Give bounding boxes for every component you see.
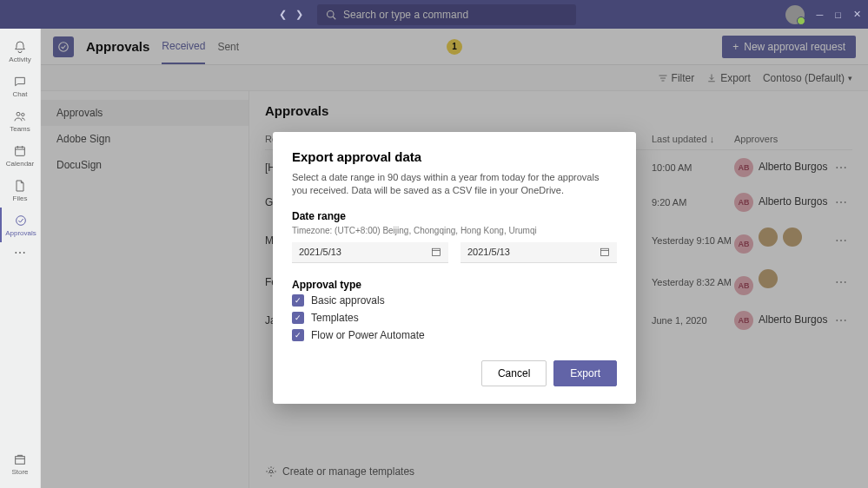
check-flow[interactable]: ✓Flow or Power Automate [292, 329, 617, 341]
approval-type-label: Approval type [292, 279, 617, 291]
export-modal: Export approval data Select a date range… [273, 132, 636, 404]
nav-forward-icon[interactable]: ❯ [295, 9, 303, 20]
start-date-input[interactable]: 2021/5/13 [292, 242, 448, 263]
check-basic[interactable]: ✓Basic approvals [292, 294, 617, 307]
rail-files[interactable]: Files [0, 173, 41, 208]
svg-rect-17 [601, 249, 609, 256]
rail-calendar[interactable]: Calendar [0, 138, 41, 173]
titlebar: ❮ ❯ Search or type a command ─ □ ✕ [0, 0, 868, 29]
checkbox-checked-icon: ✓ [292, 294, 304, 307]
rail-activity[interactable]: Activity [0, 34, 41, 69]
svg-point-8 [17, 215, 26, 225]
svg-point-0 [328, 10, 335, 17]
svg-point-2 [17, 112, 20, 115]
minimize-icon[interactable]: ─ [817, 10, 824, 20]
rail-store[interactable]: Store [0, 446, 41, 481]
maximize-icon[interactable]: □ [835, 10, 841, 20]
svg-rect-9 [16, 456, 25, 464]
search-input[interactable]: Search or type a command [317, 4, 576, 25]
modal-description: Select a date range in 90 days within a … [292, 171, 617, 198]
rail-chat[interactable]: Chat [0, 69, 41, 103]
check-templates[interactable]: ✓Templates [292, 312, 617, 324]
user-avatar[interactable] [785, 5, 805, 24]
svg-line-1 [333, 16, 335, 19]
export-confirm-button[interactable]: Export [553, 360, 617, 386]
nav-back-icon[interactable]: ❮ [279, 9, 287, 20]
rail-approvals[interactable]: Approvals [0, 208, 41, 242]
search-icon [326, 10, 336, 20]
checkbox-checked-icon: ✓ [292, 312, 304, 324]
svg-rect-15 [433, 249, 441, 256]
rail-teams[interactable]: Teams [0, 103, 41, 138]
modal-title: Export approval data [292, 149, 617, 164]
svg-point-3 [22, 113, 24, 115]
calendar-icon [431, 247, 441, 257]
calendar-icon [600, 247, 610, 257]
end-date-input[interactable]: 2021/5/13 [461, 242, 617, 263]
timezone-text: Timezone: (UTC+8:00) Beijing, Chongqing,… [292, 226, 617, 235]
search-placeholder: Search or type a command [343, 9, 468, 21]
close-icon[interactable]: ✕ [853, 9, 861, 20]
cancel-button[interactable]: Cancel [481, 360, 547, 386]
svg-rect-4 [16, 147, 25, 155]
app-rail: Activity Chat Teams Calendar Files Appro… [0, 29, 41, 488]
rail-more-icon[interactable]: ⋯ [14, 246, 26, 260]
checkbox-checked-icon: ✓ [292, 329, 304, 341]
date-range-label: Date range [292, 210, 617, 222]
